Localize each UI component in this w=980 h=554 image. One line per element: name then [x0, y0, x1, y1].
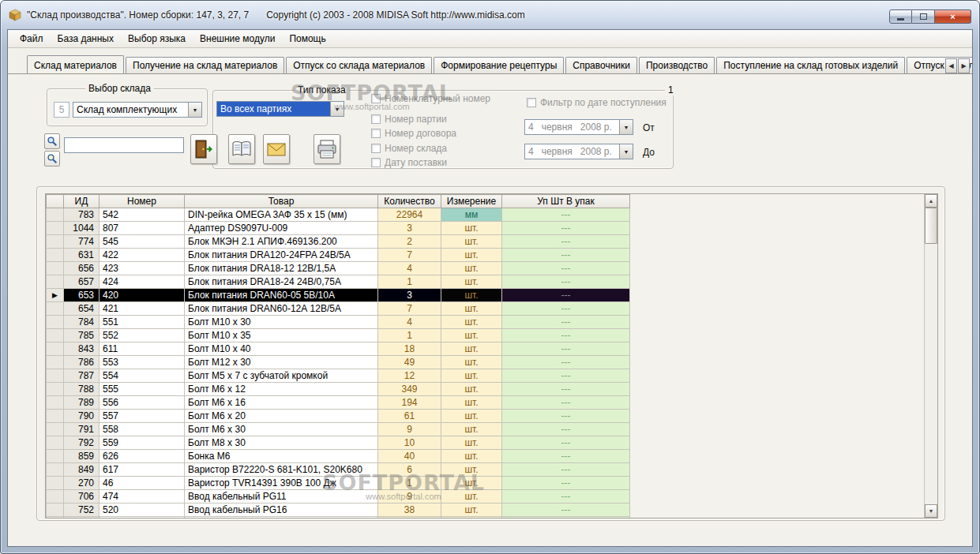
vertical-scrollbar[interactable]: ▲ ▼: [924, 194, 937, 518]
date-from-arrow-button[interactable]: ▼: [619, 120, 633, 134]
tab[interactable]: Отпуск со склада материалов: [286, 57, 432, 73]
search-criteria-checkbox[interactable]: Дату поставки: [371, 157, 447, 168]
printer-icon: [317, 139, 337, 159]
column-header[interactable]: Номер: [100, 195, 185, 208]
menu-item[interactable]: Выбор языка: [121, 31, 193, 47]
checkbox-icon: [371, 94, 381, 103]
cell-id: 790: [64, 410, 100, 423]
close-button[interactable]: ×: [935, 9, 971, 24]
warehouse-select-arrow-button[interactable]: ▼: [188, 103, 201, 117]
table-row[interactable]: 657 424 Блок питания DRA18-24 24В/0,75А …: [47, 275, 630, 289]
tab[interactable]: Поступление на склад готовых изделий: [716, 57, 905, 73]
row-indicator: [47, 262, 64, 275]
column-header[interactable]: Измерение: [441, 195, 502, 208]
menu-item[interactable]: Файл: [13, 31, 51, 47]
cell-product: Болт М6 x 16: [185, 396, 378, 410]
scroll-up-button[interactable]: ▲: [925, 194, 937, 208]
scrollbar-thumb[interactable]: [925, 208, 937, 244]
cell-unit: шт.: [441, 222, 502, 235]
table-row[interactable]: 787 554 Болт М5 x 7 с зубчатой кромкой 1…: [47, 369, 630, 383]
tab-scroll-right-button[interactable]: ▶: [958, 58, 970, 73]
table-row[interactable]: 791 558 Болт М6 x 30 9 шт. ---: [47, 423, 630, 436]
table-row[interactable]: 706 474 Ввод кабельный PG11 9 шт. ---: [47, 490, 630, 503]
table-row[interactable]: 631 422 Блок питания DRA120-24FPA 24В/5А…: [47, 249, 630, 262]
column-header[interactable]: Уп Шт В упак: [502, 195, 630, 208]
menu-item[interactable]: Помощь: [282, 31, 332, 47]
cell-pack: ---: [502, 235, 630, 249]
tab-scroll-left-button[interactable]: ◀: [945, 58, 957, 73]
table-row[interactable]: 751 519 Ввод кабельный PG19 4 шт. ---: [47, 517, 630, 518]
table-row[interactable]: 859 626 Бонка М6 40 шт. ---: [47, 450, 630, 463]
table-row[interactable]: 789 556 Болт М6 x 16 194 шт. ---: [47, 396, 630, 410]
scroll-down-button[interactable]: ▼: [925, 504, 937, 518]
checkbox-label: Дату поставки: [385, 157, 447, 168]
table-row[interactable]: 849 617 Варистор B72220-S 681-K101, S20K…: [47, 463, 630, 477]
table-row[interactable]: 270 46 Варистор TVR14391 390В 100 Дж 1 ш…: [47, 477, 630, 490]
table-row[interactable]: 784 551 Болт М10 x 30 4 шт. ---: [47, 316, 630, 329]
grid-wrap: ИДНомерТоварКоличествоИзмерениеУп Шт В у…: [45, 193, 938, 518]
column-header[interactable]: ИД: [64, 195, 100, 208]
table-row[interactable]: ▶ 653 420 Блок питания DRAN60-05 5В/10А …: [47, 289, 630, 302]
search-criteria-checkbox[interactable]: Номер склада: [371, 143, 447, 154]
cell-id: 843: [64, 343, 100, 356]
row-indicator: [47, 235, 64, 249]
date-filter-checkbox[interactable]: Фильтр по дате поступления: [527, 97, 666, 108]
exit-button[interactable]: [190, 134, 217, 164]
date-to-arrow-button[interactable]: ▼: [619, 144, 633, 159]
table-row[interactable]: 783 542 DIN-рейка OMEGA 3АФ 35 x 15 (мм)…: [47, 208, 630, 222]
table-row[interactable]: 790 557 Болт М6 x 20 61 шт. ---: [47, 410, 630, 423]
cell-quantity: 1: [378, 477, 441, 490]
cell-pack: ---: [502, 423, 630, 436]
maximize-button[interactable]: [912, 9, 935, 24]
column-header[interactable]: Товар: [185, 195, 378, 208]
titlebar[interactable]: "Склад производства". Номер сборки: 147,…: [1, 1, 979, 29]
date-from-picker[interactable]: 4 червня 2008 р. ▼: [524, 119, 633, 135]
print-button[interactable]: [314, 134, 340, 164]
tab[interactable]: Справочники: [565, 57, 637, 73]
cell-pack: ---: [502, 222, 630, 235]
search-button-1[interactable]: [44, 133, 60, 149]
tab[interactable]: Производство: [639, 57, 715, 73]
cell-quantity: 1: [378, 329, 441, 343]
mail-button[interactable]: [263, 134, 290, 164]
search-criteria-checkbox[interactable]: Номер договора: [371, 128, 456, 139]
table-row[interactable]: 843 611 Болт М10 x 40 18 шт. ---: [47, 343, 630, 356]
search-input[interactable]: [64, 137, 184, 153]
search-criteria-checkbox[interactable]: Номенклатурный номер: [371, 93, 490, 104]
menu-item[interactable]: База данных: [51, 31, 121, 47]
show-type-select-arrow-button[interactable]: ▼: [330, 102, 344, 116]
table-row[interactable]: 656 423 Блок питания DRA18-12 12В/1,5А 4…: [47, 262, 630, 275]
warehouse-select[interactable]: Склад комплектующих ▼: [73, 102, 202, 118]
search-button-2[interactable]: [44, 151, 60, 167]
tab-scroll-buttons: ◀ ▶: [944, 58, 970, 73]
cell-pack: ---: [502, 343, 630, 356]
tab[interactable]: Склад материалов: [27, 55, 124, 73]
show-type-select[interactable]: Во всех партиях ▼: [216, 101, 344, 117]
table-row[interactable]: 786 553 Болт М12 x 30 49 шт. ---: [47, 356, 630, 369]
envelope-icon: [266, 140, 287, 159]
cell-id: 654: [64, 302, 100, 316]
tab[interactable]: Формирование рецептуры: [434, 57, 564, 73]
minimize-button[interactable]: [889, 9, 912, 24]
journal-button[interactable]: [228, 134, 255, 164]
row-indicator: [47, 463, 64, 477]
search-criteria-checkbox[interactable]: Номер партии: [371, 114, 447, 125]
cell-pack: ---: [502, 396, 630, 410]
date-to-picker[interactable]: 4 червня 2008 р. ▼: [524, 144, 633, 159]
row-indicator: [47, 249, 64, 262]
table-row[interactable]: 774 545 Блок МКЭН 2.1 АПИФ.469136.200 2 …: [47, 235, 630, 249]
tab[interactable]: Получение на склад материалов: [126, 57, 284, 73]
table-row[interactable]: 785 552 Болт М10 x 35 1 шт. ---: [47, 329, 630, 343]
cell-number: 474: [100, 490, 185, 503]
cell-quantity: 4: [378, 316, 441, 329]
warehouse-groupbox: Выбор склада 5 Склад комплектующих ▼: [47, 88, 208, 126]
table-row[interactable]: 792 559 Болт М8 x 30 10 шт. ---: [47, 436, 630, 450]
column-header[interactable]: Количество: [378, 195, 441, 208]
table-row[interactable]: 752 520 Ввод кабельный PG16 38 шт. ---: [47, 503, 630, 517]
cell-unit: шт.: [441, 436, 502, 450]
table-row[interactable]: 1044 807 Адаптер DS9097U-009 3 шт. ---: [47, 222, 630, 235]
menu-item[interactable]: Внешние модули: [193, 31, 282, 47]
table-row[interactable]: 788 555 Болт М6 x 12 349 шт. ---: [47, 383, 630, 396]
arrow-down-icon: ▼: [929, 508, 934, 514]
table-row[interactable]: 654 421 Блок питания DRAN60-12А 12В/5А 7…: [47, 302, 630, 316]
